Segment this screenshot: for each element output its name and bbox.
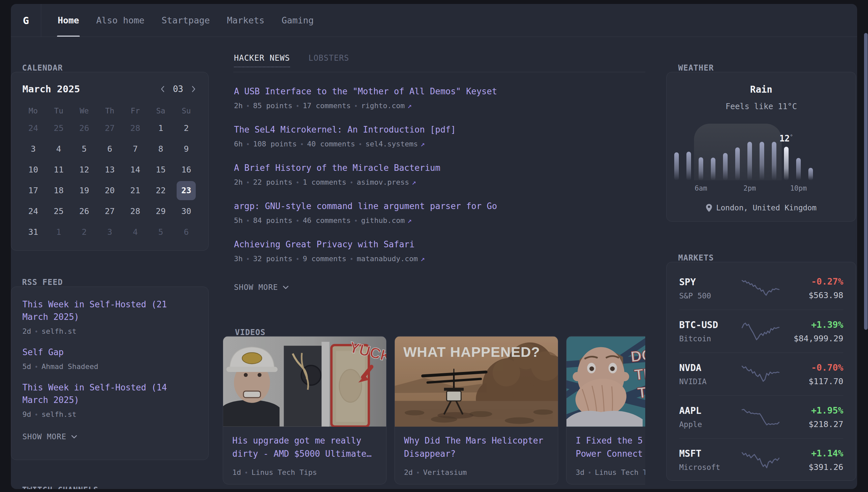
news-item-title[interactable]: A USB Interface to the "Mother of All De… (234, 87, 642, 96)
news-item-domain-link[interactable]: righto.com↗ (361, 102, 412, 110)
calendar-day: 7 (123, 139, 148, 159)
dot-separator: • (246, 141, 250, 148)
video-thumbnail[interactable]: ​ WHAT HAPPENED? (395, 336, 558, 427)
video-age: 2d (404, 468, 413, 476)
calendar-day: 2 (72, 222, 97, 242)
dot-separator: • (246, 102, 250, 109)
rss-show-more-button[interactable]: SHOW MORE (22, 432, 77, 441)
market-values-block: -0.70%$117.70 (780, 362, 843, 386)
scrollbar-thumb[interactable] (864, 33, 868, 330)
video-card-body: Why Did The Mars Helicopter Disappear? 2… (395, 427, 558, 484)
rss-item-source: selfh.st (42, 410, 76, 418)
rss-list: This Week in Self-Hosted (21 March 2025)… (22, 298, 197, 418)
weather-bar (699, 157, 703, 180)
video-title[interactable]: I Fixed the 5 Power Connect (576, 434, 645, 460)
video-title[interactable]: His upgrade got me really dirty - AMD $5… (232, 434, 377, 460)
videos-heading: VIDEOS (235, 328, 266, 337)
market-sparkline (741, 278, 780, 299)
sparkline-chart (741, 278, 780, 299)
news-show-more-button[interactable]: SHOW MORE (234, 283, 289, 292)
calendar-day-number: 2 (75, 223, 94, 242)
nav-tab-markets[interactable]: Markets (227, 4, 265, 36)
market-row-msft[interactable]: MSFTMicrosoft+1.14%$391.26 (679, 438, 843, 481)
calendar-day-number: 17 (24, 181, 43, 200)
news-item-domain: asimov.press (357, 178, 409, 186)
news-item-age: 2h (234, 178, 243, 186)
nav-tab-also-home[interactable]: Also home (96, 4, 144, 36)
news-item-domain-link[interactable]: github.com↗ (361, 216, 412, 225)
market-ticker: MSFT (679, 448, 741, 459)
calendar-day-number: 11 (49, 160, 68, 179)
video-thumbnail[interactable]: DO TH T (567, 336, 645, 427)
calendar-day-number: 3 (100, 223, 119, 242)
chevron-down-icon (283, 286, 289, 289)
calendar-day-number: 12 (75, 160, 94, 179)
news-item-age: 6h (234, 140, 243, 148)
video-thumbnail[interactable]: YUCK (223, 336, 386, 427)
nav-tab-gaming[interactable]: Gaming (282, 4, 314, 36)
calendar-day-number: 30 (177, 202, 196, 221)
dot-separator: • (354, 102, 358, 109)
chevron-left-icon[interactable] (159, 85, 166, 93)
weather-feels-like: Feels like 11°C (667, 102, 856, 111)
rss-item-title[interactable]: This Week in Self-Hosted (14 March 2025) (22, 381, 197, 406)
market-sparkline (741, 364, 780, 385)
tabs-divider (233, 72, 645, 72)
calendar-day-number: 27 (100, 119, 119, 138)
video-title[interactable]: Why Did The Mars Helicopter Disappear? (404, 434, 549, 460)
tab-lobsters[interactable]: LOBSTERS (309, 53, 349, 67)
news-item-title[interactable]: Achieving Great Privacy with Safari (234, 239, 642, 249)
calendar-day: 26 (72, 201, 97, 222)
news-item-title[interactable]: argp: GNU-style command line argument pa… (234, 201, 642, 211)
calendar-day: 4 (123, 222, 148, 242)
news-item-domain-link[interactable]: matanabudy.com↗ (357, 254, 425, 263)
calendar-day-number: 1 (151, 119, 170, 138)
market-values-block: +1.14%$391.26 (780, 448, 843, 472)
market-row-nvda[interactable]: NVDANVIDIA-0.70%$117.70 (679, 352, 843, 395)
weekday-label: Tu (46, 106, 71, 115)
market-row-btc-usd[interactable]: BTC-USDBitcoin+1.39%$84,999.29 (679, 310, 843, 352)
nav-tab-home[interactable]: Home (58, 4, 79, 36)
news-item-domain-link[interactable]: sel4.systems↗ (365, 140, 425, 148)
news-item-title[interactable]: The SeL4 Microkernel: An Introduction [p… (234, 125, 642, 134)
calendar-day: 20 (97, 180, 122, 201)
rss-item-title[interactable]: This Week in Self-Hosted (21 March 2025) (22, 298, 197, 323)
market-symbol-block: NVDANVIDIA (679, 362, 741, 386)
news-item-comments: 9 comments (303, 254, 346, 263)
market-row-aapl[interactable]: AAPLApple+1.95%$218.27 (679, 395, 843, 438)
dot-separator: • (246, 217, 250, 224)
rss-item-age: 9d (22, 410, 31, 418)
video-card-body: His upgrade got me really dirty - AMD $5… (223, 427, 386, 484)
rss-item-source: selfh.st (42, 327, 76, 335)
calendar-day-number: 24 (24, 202, 43, 221)
news-item-comments: 17 comments (303, 102, 351, 110)
calendar-day: 1 (148, 118, 173, 139)
calendar-day: 14 (123, 159, 148, 180)
calendar-day-number: 29 (151, 202, 170, 221)
dot-separator: • (246, 255, 250, 263)
market-name: Apple (679, 420, 741, 429)
calendar-day-number: 27 (100, 202, 119, 221)
chevron-right-icon[interactable] (190, 85, 197, 93)
weather-bar (808, 168, 813, 180)
nav-tab-startpage[interactable]: Startpage (161, 4, 210, 36)
news-item-domain-link[interactable]: asimov.press↗ (357, 178, 416, 186)
news-item-title[interactable]: A Brief History of the Miracle Bacterium (234, 163, 642, 173)
dot-separator: • (359, 141, 362, 148)
calendar-widget: March 2025 03 MoTuWeThFrSaSu 24252627281… (11, 72, 209, 251)
rss-widget: This Week in Self-Hosted (21 March 2025)… (11, 287, 209, 460)
rss-item-title[interactable]: Self Gap (22, 346, 197, 359)
calendar-day-number: 14 (126, 160, 144, 179)
calendar-day-number: 28 (126, 202, 144, 221)
calendar-day-number: 28 (126, 119, 144, 138)
calendar-day: 5 (72, 139, 97, 159)
calendar-day: 3 (97, 222, 122, 242)
rss-item-meta: 2d•selfh.st (22, 327, 197, 335)
chevron-down-icon (71, 435, 77, 439)
tab-hacker-news[interactable]: HACKER NEWS (234, 53, 290, 67)
market-row-spy[interactable]: SPYS&P 500-0.27%$563.98 (679, 267, 843, 310)
news-item-domain: sel4.systems (365, 140, 418, 148)
rss-heading: RSS FEED (22, 278, 63, 287)
market-name: Bitcoin (679, 335, 741, 343)
weather-widget: Rain Feels like 11°C 12° 6am2pm10pm Lond… (666, 72, 856, 222)
